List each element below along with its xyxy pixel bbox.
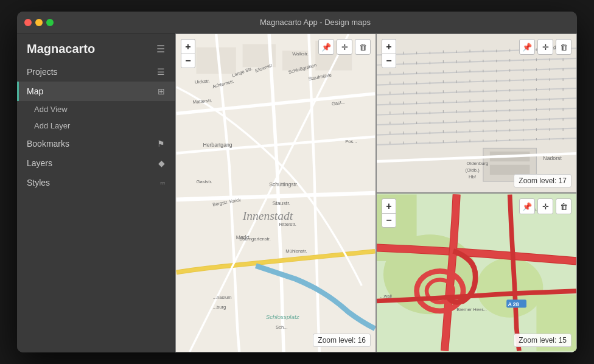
add-view-label: Add View: [34, 105, 68, 114]
svg-text:Gaststr.: Gaststr.: [197, 179, 212, 184]
projects-label: Projects: [27, 67, 58, 77]
svg-rect-1: [197, 47, 236, 74]
svg-text:Innenstadt: Innenstadt: [242, 209, 293, 222]
map3-top-controls: 📌 ✛ 🗑: [519, 198, 571, 214]
map3-zoom-controls: + −: [382, 198, 396, 228]
map-panel: Innenstadt Matterstr. Achternstr. Lange …: [175, 33, 577, 352]
svg-text:Schlossplatz: Schlossplatz: [266, 313, 299, 320]
map-label: Map: [27, 86, 43, 96]
map2-zoom-in[interactable]: +: [382, 39, 396, 54]
map1-delete-button[interactable]: 🗑: [355, 39, 371, 55]
svg-text:...wall: ...wall: [380, 293, 392, 299]
svg-text:Hbf: Hbf: [469, 174, 477, 180]
bookmarks-icon: ⚑: [157, 139, 165, 149]
svg-text:Walkstr.: Walkstr.: [292, 51, 309, 57]
map3-pin-button[interactable]: 📌: [519, 198, 535, 214]
sidebar-item-styles[interactable]: Styles ⎓: [17, 173, 175, 192]
app-window: Magnacarto App - Design maps Magnacarto …: [17, 12, 577, 352]
map2-top-controls: 📌 ✛ 🗑: [519, 39, 571, 55]
hamburger-icon[interactable]: ☰: [156, 43, 165, 55]
svg-text:Staustr.: Staustr.: [273, 200, 290, 206]
map-tile-2[interactable]: Nadorst Oldenburg (Oldb.) Hbf Stadshr. +…: [376, 33, 577, 193]
sidebar-item-map[interactable]: Map ⊞: [17, 82, 175, 101]
sidebar-header: Magnacarto ☰: [17, 33, 175, 62]
map2-zoom-label: Zoom level: 17: [514, 174, 571, 187]
map1-pin-button[interactable]: 📌: [318, 39, 334, 55]
map2-pin-button[interactable]: 📌: [519, 39, 535, 55]
map3-move-button[interactable]: ✛: [537, 198, 553, 214]
main-content: Magnacarto ☰ Projects ☰ Map ⊞ Add View A…: [17, 33, 577, 352]
window-title: Magnacarto App - Design maps: [61, 18, 570, 27]
titlebar: Magnacarto App - Design maps: [17, 12, 577, 33]
map-tile-3[interactable]: A 28 Amm... ...wall Bremer Heer... + − 📌…: [376, 193, 577, 352]
svg-text:Baumgartenstr.: Baumgartenstr.: [239, 236, 271, 242]
sidebar-item-add-layer[interactable]: Add Layer: [17, 117, 175, 134]
svg-text:A 28: A 28: [508, 301, 519, 307]
sidebar: Magnacarto ☰ Projects ☰ Map ⊞ Add View A…: [17, 33, 175, 352]
svg-text:Nadorst: Nadorst: [543, 155, 562, 161]
map1-top-controls: 📌 ✛ 🗑: [318, 39, 371, 55]
add-layer-label: Add Layer: [34, 121, 70, 130]
map-tile-1[interactable]: Innenstadt Matterstr. Achternstr. Lange …: [175, 33, 376, 352]
styles-label: Styles: [27, 178, 50, 187]
layers-label: Layers: [27, 158, 52, 168]
sidebar-item-projects[interactable]: Projects ☰: [17, 62, 175, 82]
app-title: Magnacarto: [27, 42, 95, 56]
close-button[interactable]: [24, 19, 32, 26]
svg-rect-56: [490, 165, 530, 175]
map3-zoom-out[interactable]: −: [382, 213, 396, 228]
svg-text:Bremer Heer...: Bremer Heer...: [456, 307, 487, 312]
map2-delete-button[interactable]: 🗑: [556, 39, 571, 55]
map1-move-button[interactable]: ✛: [337, 39, 352, 55]
svg-text:(Oldb.): (Oldb.): [465, 167, 480, 173]
sidebar-item-bookmarks[interactable]: Bookmarks ⚑: [17, 134, 175, 153]
map3-delete-button[interactable]: 🗑: [556, 198, 571, 214]
svg-text:Ritterstr.: Ritterstr.: [279, 222, 296, 227]
maximize-button[interactable]: [46, 19, 54, 26]
svg-text:...burg: ...burg: [213, 304, 226, 310]
svg-text:Mühlenstr.: Mühlenstr.: [285, 248, 307, 254]
minimize-button[interactable]: [35, 19, 43, 26]
map1-zoom-controls: + −: [181, 39, 195, 68]
svg-text:Oldenburg: Oldenburg: [467, 161, 489, 166]
svg-text:Sch...: Sch...: [276, 324, 287, 330]
svg-text:Pos...: Pos...: [345, 139, 357, 144]
svg-text:...nasium: ...nasium: [213, 295, 232, 300]
map1-zoom-out[interactable]: −: [181, 54, 195, 68]
projects-icon: ☰: [157, 67, 165, 77]
traffic-lights: [24, 19, 54, 26]
svg-text:Herbartgang: Herbartgang: [203, 142, 232, 148]
map1-zoom-label: Zoom level: 16: [313, 334, 371, 347]
map3-zoom-label: Zoom level: 15: [514, 334, 571, 347]
map1-zoom-in[interactable]: +: [181, 39, 195, 54]
bookmarks-label: Bookmarks: [27, 139, 69, 149]
styles-icon: ⎓: [160, 178, 165, 187]
map3-zoom-in[interactable]: +: [382, 198, 396, 213]
layers-icon: ◆: [158, 158, 165, 168]
map2-zoom-out[interactable]: −: [382, 54, 396, 68]
sidebar-item-add-view[interactable]: Add View: [17, 101, 175, 117]
map-icon: ⊞: [158, 86, 165, 96]
map2-move-button[interactable]: ✛: [537, 39, 553, 55]
map2-zoom-controls: + −: [382, 39, 396, 68]
sidebar-item-layers[interactable]: Layers ◆: [17, 153, 175, 173]
svg-text:Schüttingstr.: Schüttingstr.: [269, 181, 298, 187]
